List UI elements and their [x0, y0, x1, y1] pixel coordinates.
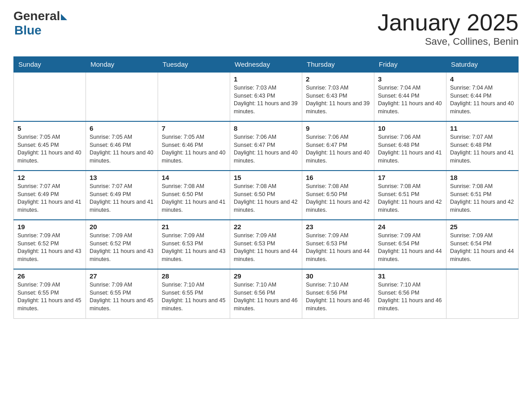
- calendar-body: 1Sunrise: 7:03 AMSunset: 6:43 PMDaylight…: [14, 72, 519, 318]
- day-info: Sunrise: 7:06 AMSunset: 6:47 PMDaylight:…: [234, 133, 298, 165]
- day-info: Sunrise: 7:09 AMSunset: 6:55 PMDaylight:…: [90, 281, 154, 313]
- day-number: 18: [450, 174, 515, 181]
- day-number: 27: [90, 272, 154, 280]
- day-cell: 11Sunrise: 7:07 AMSunset: 6:48 PMDayligh…: [446, 121, 519, 171]
- day-cell: 25Sunrise: 7:09 AMSunset: 6:54 PMDayligh…: [446, 220, 519, 269]
- header-cell-tuesday: Tuesday: [158, 57, 230, 73]
- day-cell: 24Sunrise: 7:09 AMSunset: 6:54 PMDayligh…: [374, 220, 446, 269]
- day-cell: 4Sunrise: 7:04 AMSunset: 6:44 PMDaylight…: [446, 72, 519, 121]
- day-number: 24: [378, 223, 442, 231]
- day-cell: 1Sunrise: 7:03 AMSunset: 6:43 PMDaylight…: [230, 72, 302, 121]
- day-number: 4: [450, 75, 515, 83]
- day-number: 15: [234, 174, 298, 181]
- day-info: Sunrise: 7:09 AMSunset: 6:54 PMDaylight:…: [450, 232, 515, 263]
- day-info: Sunrise: 7:10 AMSunset: 6:55 PMDaylight:…: [162, 281, 226, 313]
- day-info: Sunrise: 7:10 AMSunset: 6:56 PMDaylight:…: [234, 281, 298, 313]
- day-number: 10: [378, 124, 442, 132]
- logo-arrow-icon: [61, 14, 67, 20]
- day-info: Sunrise: 7:05 AMSunset: 6:46 PMDaylight:…: [90, 133, 154, 165]
- day-cell: 31Sunrise: 7:10 AMSunset: 6:56 PMDayligh…: [374, 269, 446, 318]
- logo: General Blue: [13, 9, 67, 38]
- day-cell: 21Sunrise: 7:09 AMSunset: 6:53 PMDayligh…: [158, 220, 230, 269]
- day-cell: 12Sunrise: 7:07 AMSunset: 6:49 PMDayligh…: [14, 171, 86, 220]
- page-header: General Blue January 2025 Save, Collines…: [13, 9, 519, 47]
- day-cell: 10Sunrise: 7:06 AMSunset: 6:48 PMDayligh…: [374, 121, 446, 171]
- header-cell-friday: Friday: [374, 57, 446, 73]
- day-number: 8: [234, 124, 298, 132]
- day-cell: 22Sunrise: 7:09 AMSunset: 6:53 PMDayligh…: [230, 220, 302, 269]
- day-info: Sunrise: 7:05 AMSunset: 6:46 PMDaylight:…: [162, 133, 226, 165]
- day-cell: 7Sunrise: 7:05 AMSunset: 6:46 PMDaylight…: [158, 121, 230, 171]
- week-row-1: 1Sunrise: 7:03 AMSunset: 6:43 PMDaylight…: [14, 72, 519, 121]
- day-number: 25: [450, 223, 515, 231]
- location-title: Save, Collines, Benin: [378, 36, 519, 47]
- day-info: Sunrise: 7:09 AMSunset: 6:55 PMDaylight:…: [17, 281, 82, 313]
- day-cell: 2Sunrise: 7:03 AMSunset: 6:43 PMDaylight…: [302, 72, 374, 121]
- month-title: January 2025: [378, 9, 519, 36]
- logo-blue-text: Blue: [14, 23, 42, 38]
- day-cell: [14, 72, 86, 121]
- day-number: 12: [17, 174, 82, 181]
- day-number: 30: [306, 272, 370, 280]
- logo-general-text: General: [13, 9, 60, 23]
- day-cell: 5Sunrise: 7:05 AMSunset: 6:45 PMDaylight…: [14, 121, 86, 171]
- day-cell: 3Sunrise: 7:04 AMSunset: 6:44 PMDaylight…: [374, 72, 446, 121]
- day-number: 31: [378, 272, 442, 280]
- day-info: Sunrise: 7:08 AMSunset: 6:50 PMDaylight:…: [162, 183, 226, 214]
- day-info: Sunrise: 7:08 AMSunset: 6:51 PMDaylight:…: [450, 183, 515, 214]
- week-row-5: 26Sunrise: 7:09 AMSunset: 6:55 PMDayligh…: [14, 269, 519, 318]
- day-info: Sunrise: 7:03 AMSunset: 6:43 PMDaylight:…: [306, 84, 370, 116]
- day-number: 9: [306, 124, 370, 132]
- day-number: 7: [162, 124, 226, 132]
- week-row-2: 5Sunrise: 7:05 AMSunset: 6:45 PMDaylight…: [14, 121, 519, 171]
- day-cell: 26Sunrise: 7:09 AMSunset: 6:55 PMDayligh…: [14, 269, 86, 318]
- day-number: 13: [90, 174, 154, 181]
- day-cell: 14Sunrise: 7:08 AMSunset: 6:50 PMDayligh…: [158, 171, 230, 220]
- day-number: 16: [306, 174, 370, 181]
- day-info: Sunrise: 7:10 AMSunset: 6:56 PMDaylight:…: [378, 281, 442, 313]
- day-cell: 19Sunrise: 7:09 AMSunset: 6:52 PMDayligh…: [14, 220, 86, 269]
- header-row: SundayMondayTuesdayWednesdayThursdayFrid…: [14, 57, 519, 73]
- day-number: 14: [162, 174, 226, 181]
- day-info: Sunrise: 7:03 AMSunset: 6:43 PMDaylight:…: [234, 84, 298, 116]
- day-info: Sunrise: 7:09 AMSunset: 6:53 PMDaylight:…: [306, 232, 370, 263]
- header-cell-sunday: Sunday: [14, 57, 86, 73]
- day-info: Sunrise: 7:09 AMSunset: 6:52 PMDaylight:…: [90, 232, 154, 263]
- day-number: 1: [234, 75, 298, 83]
- day-cell: 18Sunrise: 7:08 AMSunset: 6:51 PMDayligh…: [446, 171, 519, 220]
- header-cell-wednesday: Wednesday: [230, 57, 302, 73]
- day-info: Sunrise: 7:09 AMSunset: 6:54 PMDaylight:…: [378, 232, 442, 263]
- day-number: 17: [378, 174, 442, 181]
- day-info: Sunrise: 7:04 AMSunset: 6:44 PMDaylight:…: [450, 84, 515, 116]
- day-info: Sunrise: 7:06 AMSunset: 6:47 PMDaylight:…: [306, 133, 370, 165]
- day-number: 3: [378, 75, 442, 83]
- day-cell: 9Sunrise: 7:06 AMSunset: 6:47 PMDaylight…: [302, 121, 374, 171]
- day-number: 29: [234, 272, 298, 280]
- week-row-3: 12Sunrise: 7:07 AMSunset: 6:49 PMDayligh…: [14, 171, 519, 220]
- day-number: 28: [162, 272, 226, 280]
- day-info: Sunrise: 7:07 AMSunset: 6:49 PMDaylight:…: [90, 183, 154, 214]
- header-cell-thursday: Thursday: [302, 57, 374, 73]
- title-block: January 2025 Save, Collines, Benin: [378, 9, 519, 47]
- day-number: 11: [450, 124, 515, 132]
- day-cell: [158, 72, 230, 121]
- day-number: 6: [90, 124, 154, 132]
- day-info: Sunrise: 7:08 AMSunset: 6:50 PMDaylight:…: [306, 183, 370, 214]
- day-number: 23: [306, 223, 370, 231]
- day-cell: [446, 269, 519, 318]
- day-number: 19: [17, 223, 82, 231]
- day-info: Sunrise: 7:06 AMSunset: 6:48 PMDaylight:…: [378, 133, 442, 165]
- day-number: 26: [17, 272, 82, 280]
- day-cell: 6Sunrise: 7:05 AMSunset: 6:46 PMDaylight…: [86, 121, 158, 171]
- day-number: 21: [162, 223, 226, 231]
- day-cell: 8Sunrise: 7:06 AMSunset: 6:47 PMDaylight…: [230, 121, 302, 171]
- day-info: Sunrise: 7:04 AMSunset: 6:44 PMDaylight:…: [378, 84, 442, 116]
- day-cell: 16Sunrise: 7:08 AMSunset: 6:50 PMDayligh…: [302, 171, 374, 220]
- calendar-table: SundayMondayTuesdayWednesdayThursdayFrid…: [13, 56, 519, 319]
- calendar-header: SundayMondayTuesdayWednesdayThursdayFrid…: [14, 57, 519, 73]
- day-number: 20: [90, 223, 154, 231]
- day-info: Sunrise: 7:08 AMSunset: 6:51 PMDaylight:…: [378, 183, 442, 214]
- day-cell: 15Sunrise: 7:08 AMSunset: 6:50 PMDayligh…: [230, 171, 302, 220]
- day-cell: [86, 72, 158, 121]
- day-cell: 13Sunrise: 7:07 AMSunset: 6:49 PMDayligh…: [86, 171, 158, 220]
